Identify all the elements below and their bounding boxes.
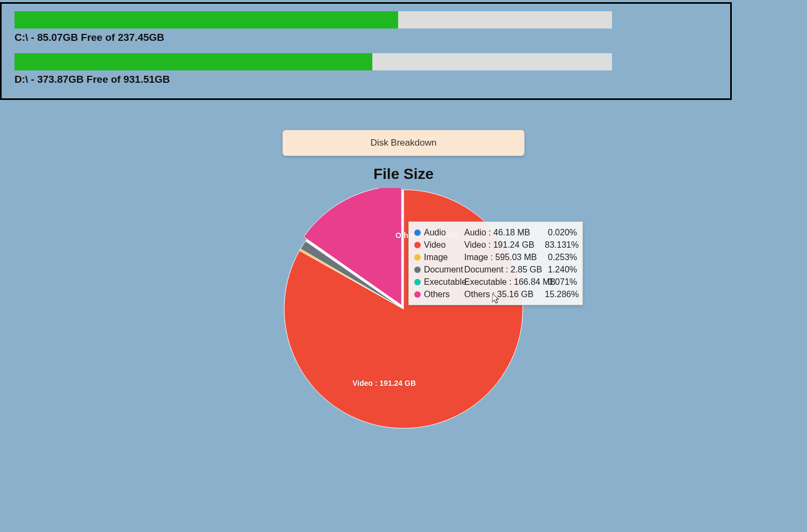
legend-pct: 83.131%: [545, 240, 577, 250]
drive-c-bar-fill: [15, 11, 398, 28]
drive-c-label: C:\ - 85.07GB Free of 237.45GB: [15, 32, 717, 44]
legend-size: Video : 191.24 GB: [464, 240, 545, 250]
legend-dot-icon: [414, 254, 421, 261]
drive-d-bar-fill: [15, 53, 372, 70]
legend-size: Document : 2.85 GB: [464, 265, 545, 275]
legend-size: Audio : 46.18 MB: [464, 228, 545, 238]
drives-panel: C:\ - 85.07GB Free of 237.45GB D:\ - 373…: [0, 2, 732, 100]
legend-dot-icon: [414, 291, 421, 298]
legend-pct: 0.253%: [545, 253, 577, 262]
legend-name: Others: [424, 290, 464, 299]
legend-row-executable: ExecutableExecutable : 166.84 MB0.071%: [414, 276, 577, 288]
legend-row-audio: AudioAudio : 46.18 MB0.020%: [414, 226, 577, 239]
legend-dot-icon: [414, 242, 421, 248]
pie-chart[interactable]: Others : 35.16 GB Video : 191.24 GB Audi…: [283, 188, 524, 430]
drive-d-label: D:\ - 373.87GB Free of 931.51GB: [15, 74, 717, 85]
legend-dot-icon: [414, 229, 421, 236]
legend-dot-icon: [414, 279, 421, 285]
legend-row-others: OthersOthers : 35.16 GB15.286%: [414, 288, 577, 300]
drive-c-row[interactable]: C:\ - 85.07GB Free of 237.45GB: [15, 11, 717, 44]
disk-breakdown-tab[interactable]: Disk Breakdown: [283, 130, 524, 156]
legend-size: Executable : 166.84 MB: [464, 277, 545, 287]
legend-pct: 0.020%: [545, 228, 577, 238]
legend-name: Executable: [424, 277, 464, 287]
legend-row-video: VideoVideo : 191.24 GB83.131%: [414, 239, 577, 251]
legend-dot-icon: [414, 267, 421, 273]
drive-c-bar-track: [15, 11, 612, 28]
legend-pct: 15.286%: [545, 290, 577, 299]
legend-pct: 0.071%: [545, 277, 577, 287]
legend-size: Others : 35.16 GB: [464, 290, 545, 299]
legend-name: Document: [424, 265, 464, 275]
drive-d-row[interactable]: D:\ - 373.87GB Free of 931.51GB: [15, 53, 717, 85]
legend-pct: 1.240%: [545, 265, 577, 275]
chart-title: File Size: [0, 166, 807, 183]
legend-name: Video: [424, 240, 464, 250]
drive-d-bar-track: [15, 53, 612, 70]
legend-row-document: DocumentDocument : 2.85 GB1.240%: [414, 263, 577, 276]
legend-tooltip: AudioAudio : 46.18 MB0.020%VideoVideo : …: [408, 221, 583, 305]
legend-name: Image: [424, 253, 464, 262]
legend-size: Image : 595.03 MB: [464, 253, 545, 262]
legend-row-image: ImageImage : 595.03 MB0.253%: [414, 251, 577, 263]
legend-name: Audio: [424, 228, 464, 238]
